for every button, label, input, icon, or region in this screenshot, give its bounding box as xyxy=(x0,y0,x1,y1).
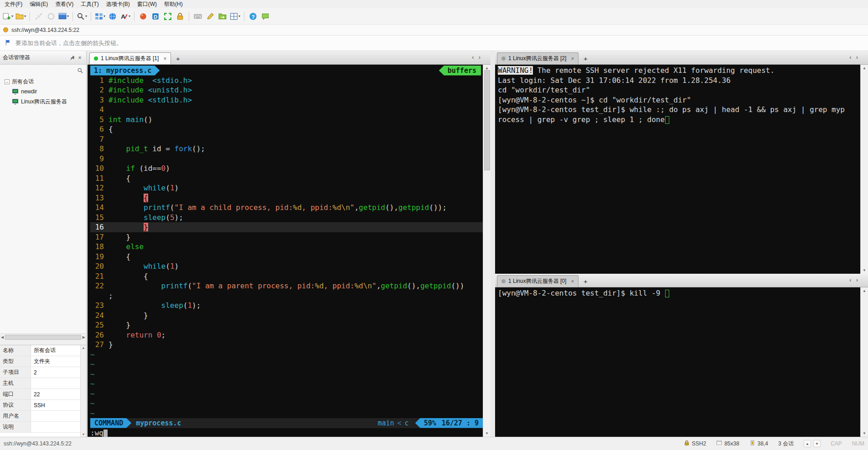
fullscreen-icon[interactable] xyxy=(162,10,174,22)
scroll-down-icon[interactable]: ▼ xyxy=(485,431,489,435)
scroll-up-icon[interactable]: ▲ xyxy=(863,289,866,293)
new-tab-button[interactable]: + xyxy=(173,53,183,63)
dropdown-caret-icon[interactable]: ▾ xyxy=(129,14,130,18)
tab-session-1[interactable]: 1 Linux腾讯云服务器 [1] × xyxy=(89,52,171,64)
property-row: 子项目2 xyxy=(0,367,80,378)
dropdown-caret-icon[interactable]: ▾ xyxy=(85,14,87,18)
vim-buffer-tab[interactable]: 1: myprocess.c xyxy=(90,66,160,76)
tab-close-icon[interactable]: × xyxy=(163,56,166,62)
dropdown-caret-icon[interactable]: ▾ xyxy=(103,14,105,18)
find-icon[interactable]: ▾ xyxy=(76,10,88,22)
terminal-pane-top-right: 1 Linux腾讯云服务器 [2] × + ‹ › WARNING! The r… xyxy=(495,51,868,274)
lock-icon[interactable] xyxy=(174,10,186,22)
open-folder-icon[interactable]: ▾ xyxy=(15,10,27,22)
pin-icon[interactable] xyxy=(69,54,76,61)
session-tree-item[interactable]: Linux腾讯云服务器 xyxy=(0,97,86,107)
tab-close-icon[interactable]: × xyxy=(571,278,574,285)
editor-scrollbar[interactable]: ▲ ▼ xyxy=(483,65,491,437)
terminal-size-icon xyxy=(716,440,722,447)
menu-item[interactable]: 工具(T) xyxy=(77,0,102,9)
terminal-line: rocess | grep -v grep ; sleep 1 ; done xyxy=(498,115,860,125)
menu-item[interactable]: 编辑(E) xyxy=(26,0,52,9)
new-tab-button[interactable]: + xyxy=(580,276,590,286)
help-icon[interactable]: ? xyxy=(247,10,259,22)
session-tree-item[interactable]: newdir xyxy=(0,87,86,97)
menu-item[interactable]: 查看(V) xyxy=(52,0,77,9)
tab-scroll-buttons: ‹ › xyxy=(849,277,858,283)
tree-expander-icon[interactable]: - xyxy=(5,79,10,84)
scrollbar-thumb[interactable] xyxy=(5,335,81,340)
property-row: 端口22 xyxy=(0,389,80,400)
line-number: 10 xyxy=(90,164,104,174)
scroll-down-button[interactable]: ▼ xyxy=(813,440,821,447)
vim-buffers-label: buffers xyxy=(439,66,481,76)
new-window-icon[interactable]: ▾ xyxy=(57,10,70,22)
line-number: 26 xyxy=(90,330,104,340)
tab-scroll-left-icon[interactable]: ‹ xyxy=(849,277,851,283)
address-bar[interactable]: ssh://wyn@43.143.224.5:22 xyxy=(0,25,868,36)
proxy-icon[interactable] xyxy=(137,10,149,22)
scroll-left-icon[interactable]: ◀ xyxy=(1,335,4,339)
menu-item[interactable]: 文件(F) xyxy=(1,0,26,9)
scroll-up-icon[interactable]: ▲ xyxy=(82,346,85,349)
session-icon xyxy=(12,88,19,95)
statusbar-session-count: 3 会话 xyxy=(778,440,794,448)
scroll-down-icon[interactable]: ▼ xyxy=(863,431,866,435)
xagent-icon[interactable]: D xyxy=(150,10,161,22)
tab-session-0[interactable]: 1 Linux腾讯云服务器 [0] × xyxy=(497,275,579,287)
info-text: 要添加当前会话，点击左侧的箭头按钮。 xyxy=(16,39,122,47)
property-label: 协议 xyxy=(0,400,31,410)
session-tree-item[interactable]: -所有会话 xyxy=(0,77,86,87)
new-session-icon[interactable]: ▾ xyxy=(2,10,14,22)
new-tab-button[interactable]: + xyxy=(580,53,590,63)
dropdown-caret-icon[interactable]: ▾ xyxy=(238,14,240,18)
menu-item[interactable]: 窗口(W) xyxy=(134,0,160,9)
tab-close-icon[interactable]: × xyxy=(571,56,574,62)
menu-item[interactable]: 帮助(H) xyxy=(160,0,186,9)
terminal-scrollbar[interactable]: ▲ ▼ xyxy=(860,65,868,274)
scroll-up-button[interactable]: ▲ xyxy=(804,440,811,447)
dropdown-caret-icon[interactable]: ▾ xyxy=(11,14,13,18)
terminal-scrollbar[interactable]: ▲ ▼ xyxy=(860,287,868,437)
scroll-down-icon[interactable]: ▼ xyxy=(863,268,866,272)
tab-scroll-right-icon[interactable]: › xyxy=(856,277,858,283)
tab-scroll-right-icon[interactable]: › xyxy=(856,54,858,60)
xftp-icon[interactable] xyxy=(217,10,228,22)
tab-scroll-buttons: ‹ › xyxy=(472,54,480,60)
scroll-up-icon[interactable]: ▲ xyxy=(863,66,866,70)
line-number: 19 xyxy=(90,252,104,262)
compose-icon[interactable] xyxy=(204,10,216,22)
tab-scroll-left-icon[interactable]: ‹ xyxy=(472,54,474,60)
vim-command-line[interactable]: :wq xyxy=(90,428,483,437)
line-number: 14 xyxy=(90,203,104,213)
font-color-icon[interactable]: A▾ xyxy=(119,10,131,22)
tile-windows-icon[interactable]: ▾ xyxy=(229,10,241,22)
web-icon[interactable] xyxy=(107,10,119,22)
terminal-pane-bottom-right: 1 Linux腾讯云服务器 [0] × + ‹ › [wyn@VM-8-2-ce… xyxy=(495,274,868,437)
tab-session-2[interactable]: 1 Linux腾讯云服务器 [2] × xyxy=(497,52,579,64)
vim-terminal[interactable]: 1: myprocess.c buffers 1#include <stdio.… xyxy=(88,65,483,437)
tree-horizontal-scrollbar[interactable]: ◀ ▶ xyxy=(0,333,86,340)
terminal-line: cd "workdir/test_dir" xyxy=(498,85,860,95)
tab-scroll-right-icon[interactable]: › xyxy=(479,54,480,60)
layout-icon[interactable]: ▾ xyxy=(94,10,106,22)
dropdown-caret-icon[interactable]: ▾ xyxy=(24,14,26,18)
properties-scrollbar[interactable]: ▲ ▼ xyxy=(80,345,86,437)
shell-terminal[interactable]: WARNING! The remote SSH server rejected … xyxy=(495,65,860,274)
tab-scroll-left-icon[interactable]: ‹ xyxy=(849,54,851,60)
chat-icon[interactable] xyxy=(259,10,271,22)
scroll-right-icon[interactable]: ▶ xyxy=(83,335,85,339)
menu-item[interactable]: 选项卡(B) xyxy=(103,0,134,9)
vim-empty-line: ~ xyxy=(90,369,483,379)
property-label: 类型 xyxy=(0,356,31,367)
scroll-up-icon[interactable]: ▲ xyxy=(485,66,489,70)
terminal-line: 18 else xyxy=(90,242,483,252)
keyboard-icon[interactable] xyxy=(192,10,204,22)
tree-search-icon[interactable] xyxy=(77,67,83,74)
panel-close-icon[interactable]: × xyxy=(76,54,83,61)
dropdown-caret-icon[interactable]: ▾ xyxy=(67,14,69,18)
session-status-dot xyxy=(501,279,506,283)
shell-terminal[interactable]: [wyn@VM-8-2-centos test_dir]$ kill -9 xyxy=(495,287,860,437)
scrollbar-thumb[interactable] xyxy=(484,70,490,170)
scroll-down-icon[interactable]: ▼ xyxy=(82,433,85,436)
